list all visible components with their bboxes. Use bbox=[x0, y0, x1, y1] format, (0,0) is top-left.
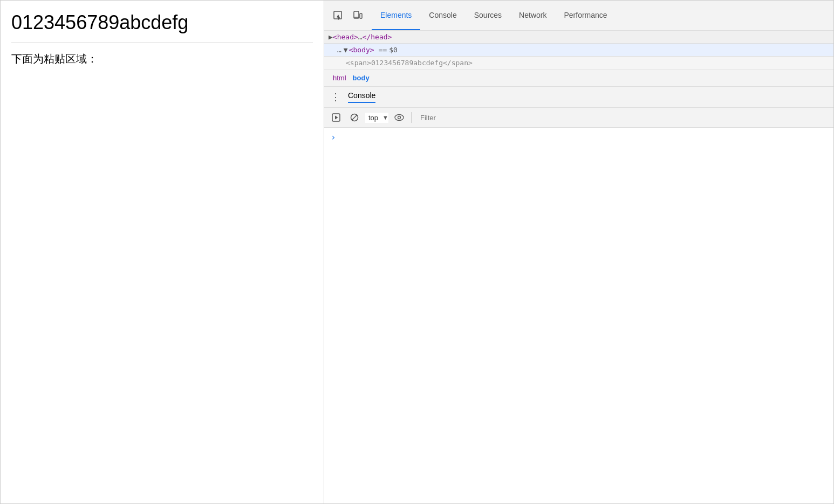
svg-rect-0 bbox=[334, 11, 341, 19]
devtools-toolbar: Elements Console Sources Network Perform… bbox=[324, 1, 833, 31]
console-content-area[interactable]: › bbox=[324, 128, 833, 504]
console-run-button[interactable] bbox=[329, 110, 344, 125]
tab-elements[interactable]: Elements bbox=[372, 1, 420, 30]
webpage-title: 0123456789abcdefg bbox=[11, 11, 313, 34]
svg-line-7 bbox=[352, 115, 357, 120]
breadcrumb-bar: html body bbox=[324, 70, 833, 87]
elements-snippet-row: <span>0123456789abcdefg</span> bbox=[324, 57, 833, 70]
tab-console[interactable]: Console bbox=[420, 1, 465, 30]
elements-head-line: ▶ <head> … </head> bbox=[324, 31, 833, 44]
tab-performance[interactable]: Performance bbox=[555, 1, 616, 30]
tab-network[interactable]: Network bbox=[510, 1, 555, 30]
device-toggle-button[interactable] bbox=[348, 6, 367, 25]
console-eye-button[interactable] bbox=[392, 110, 407, 125]
svg-rect-2 bbox=[360, 13, 362, 18]
console-prompt[interactable]: › bbox=[331, 132, 336, 142]
elements-selected-row[interactable]: … ▼ <body> == $0 bbox=[324, 44, 833, 57]
console-menu-dots[interactable]: ⋮ bbox=[331, 91, 341, 103]
breadcrumb-body[interactable]: body bbox=[351, 73, 372, 83]
devtools-panel: Elements Console Sources Network Perform… bbox=[324, 1, 833, 504]
console-toolbar: top ▼ bbox=[324, 108, 833, 128]
webpage-divider bbox=[11, 43, 313, 43]
inspect-icon-button[interactable] bbox=[329, 6, 348, 25]
console-title: Console bbox=[348, 91, 375, 103]
webpage-subtitle: 下面为粘贴区域： bbox=[11, 52, 313, 66]
devtools-tabs: Elements Console Sources Network Perform… bbox=[372, 1, 616, 30]
webpage-panel: 0123456789abcdefg 下面为粘贴区域： bbox=[1, 1, 324, 504]
tab-sources[interactable]: Sources bbox=[466, 1, 510, 30]
breadcrumb-html[interactable]: html bbox=[331, 73, 348, 83]
console-clear-button[interactable] bbox=[347, 110, 362, 125]
console-toolbar-divider bbox=[411, 112, 412, 123]
console-context-arrow: ▼ bbox=[382, 114, 388, 121]
svg-point-9 bbox=[398, 116, 400, 119]
console-context-label: top bbox=[365, 113, 381, 123]
console-header: ⋮ Console bbox=[324, 87, 833, 108]
console-context-selector[interactable]: top ▼ bbox=[365, 113, 388, 123]
svg-marker-5 bbox=[335, 116, 338, 120]
svg-point-8 bbox=[395, 115, 404, 121]
console-filter-input[interactable] bbox=[416, 112, 829, 124]
